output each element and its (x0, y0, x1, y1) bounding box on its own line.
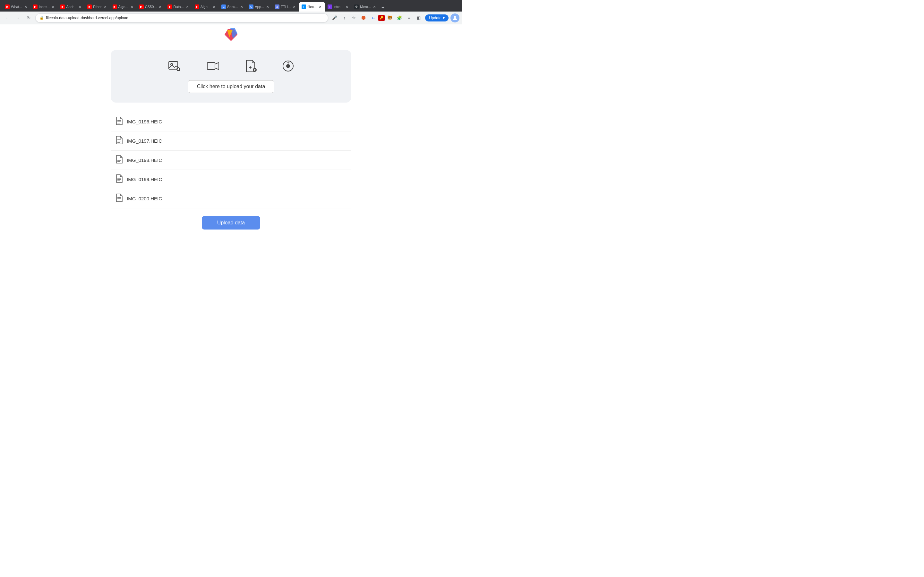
brave-icon[interactable] (359, 13, 368, 23)
tab-label-9: Secu... (227, 5, 238, 9)
page-content: Click here to upload your data IMG_0196.… (0, 24, 462, 287)
tab-algo2[interactable]: ▶ Algo... ✕ (192, 2, 219, 11)
tab-label-8: Algo... (200, 5, 210, 9)
forward-button[interactable]: → (13, 13, 23, 23)
chevron-down-icon: ▾ (443, 16, 445, 20)
tab-what[interactable]: ▶ What... ✕ (3, 2, 31, 11)
brave-news-icon[interactable]: ≡ (405, 13, 414, 23)
update-button[interactable]: Update ▾ (425, 15, 449, 21)
back-button[interactable]: ← (3, 13, 11, 23)
tab-app[interactable]: G App... ✕ (246, 2, 272, 11)
tab-label-10: App... (255, 5, 264, 9)
tab-close-1[interactable]: ✕ (23, 5, 28, 9)
tab-intro[interactable]: I Intro... ✕ (325, 2, 352, 11)
tab-close-7[interactable]: ✕ (185, 5, 190, 9)
tab-eth[interactable]: Ξ ETH... ✕ (272, 2, 299, 11)
svg-marker-0 (362, 16, 365, 20)
logo-area (221, 27, 241, 45)
tab-favicon-4: ▶ (87, 5, 92, 9)
tab-merc[interactable]: ⚙ Merc... ✕ (352, 2, 379, 11)
tab-label-13: Intro... (333, 5, 343, 9)
tab-favicon-7: ▶ (168, 5, 172, 9)
reload-button[interactable]: ↻ (24, 13, 33, 23)
svg-point-6 (171, 63, 173, 65)
file-item-0: IMG_0196.HEIC (111, 112, 351, 131)
logo-icon (221, 27, 241, 44)
tab-filecoin[interactable]: F filec... ✕ (299, 2, 325, 11)
file-name-3: IMG_0199.HEIC (127, 177, 162, 182)
file-icon-0 (116, 117, 123, 127)
tab-favicon-12: F (302, 5, 306, 9)
tab-label-14: Merc... (360, 5, 371, 9)
new-tab-button[interactable]: + (379, 4, 387, 11)
tab-favicon-8: ▶ (195, 5, 199, 9)
tab-close-3[interactable]: ✕ (78, 5, 82, 9)
tab-close-6[interactable]: ✕ (158, 5, 162, 9)
address-field[interactable]: 🔒 filecoin-data-upload-dashbard.vercel.a… (35, 13, 328, 23)
tab-close-4[interactable]: ✕ (103, 5, 107, 9)
tab-close-10[interactable]: ✕ (265, 5, 270, 9)
tab-favicon-10: G (249, 5, 254, 9)
music-upload-icon (282, 60, 294, 72)
tab-favicon-2: ▶ (33, 5, 37, 9)
microphone-icon[interactable]: 🎤 (330, 13, 339, 23)
tab-label-1: What... (11, 5, 22, 9)
submit-upload-button[interactable]: Upload data (202, 216, 260, 229)
svg-point-1 (454, 16, 456, 18)
tab-close-8[interactable]: ✕ (212, 5, 216, 9)
tab-algo1[interactable]: ▶ Algo... ✕ (110, 2, 137, 11)
tab-data[interactable]: ▶ Data... ✕ (165, 2, 192, 11)
tab-label-5: Algo... (118, 5, 128, 9)
tab-close-12[interactable]: ✕ (318, 5, 322, 9)
tab-cs50[interactable]: ▶ CS50... ✕ (137, 2, 165, 11)
share-icon[interactable]: ↑ (340, 13, 349, 23)
file-item-3: IMG_0199.HEIC (111, 170, 351, 189)
tab-andr[interactable]: ▶ Andr... ✕ (58, 2, 85, 11)
video-upload-icon (207, 61, 220, 71)
file-name-4: IMG_0200.HEIC (127, 196, 162, 201)
tab-close-13[interactable]: ✕ (344, 5, 349, 9)
file-icon-1 (116, 136, 123, 146)
upload-data-button[interactable]: Click here to upload your data (188, 80, 275, 93)
sidebar-toggle-icon[interactable]: ◧ (414, 13, 423, 23)
bookmark-icon[interactable]: ☆ (349, 13, 359, 23)
file-icon-3 (116, 174, 123, 184)
tab-close-14[interactable]: ✕ (372, 5, 376, 9)
tab-favicon-14: ⚙ (354, 5, 359, 9)
extensions-icon[interactable]: 🧩 (395, 13, 404, 23)
tab-label-11: ETH... (281, 5, 291, 9)
document-add-upload-icon (245, 60, 257, 73)
svg-rect-5 (169, 61, 178, 69)
file-list: IMG_0196.HEIC IMG_0197.HEIC (111, 112, 351, 208)
tab-secu[interactable]: G Secu... ✕ (219, 2, 246, 11)
file-name-1: IMG_0197.HEIC (127, 138, 162, 143)
tab-favicon-13: I (328, 5, 332, 9)
tab-ether[interactable]: ▶ Ether ✕ (85, 2, 110, 11)
tab-favicon-5: ▶ (113, 5, 117, 9)
tab-favicon-6: ▶ (139, 5, 144, 9)
svg-rect-10 (207, 63, 215, 69)
file-item-4: IMG_0200.HEIC (111, 189, 351, 208)
tiger-icon[interactable]: 🐯 (385, 13, 394, 23)
file-name-0: IMG_0196.HEIC (127, 119, 162, 124)
image-upload-icon (168, 60, 181, 72)
google-icon[interactable]: G (368, 13, 378, 23)
tab-close-11[interactable]: ✕ (292, 5, 296, 9)
file-name-2: IMG_0198.HEIC (127, 157, 162, 163)
profile-button[interactable] (451, 13, 459, 23)
tab-incre[interactable]: ▶ Incre... ✕ (31, 2, 58, 11)
tab-favicon-1: ▶ (5, 5, 10, 9)
tab-label-3: Andr... (66, 5, 76, 9)
tab-close-2[interactable]: ✕ (51, 5, 55, 9)
password-icon[interactable]: 🔑 (378, 15, 384, 21)
tab-close-9[interactable]: ✕ (239, 5, 244, 9)
address-text: filecoin-data-upload-dashbard.vercel.app… (46, 16, 128, 20)
tab-label-6: CS50... (145, 5, 157, 9)
svg-point-17 (286, 64, 290, 68)
tab-favicon-11: Ξ (275, 5, 279, 9)
tab-close-5[interactable]: ✕ (129, 5, 134, 9)
tab-label-4: Ether (93, 5, 102, 9)
tabs-bar: ▶ What... ✕ ▶ Incre... ✕ ▶ Andr... ✕ ▶ E… (0, 0, 462, 11)
toolbar-icons: 🎤 ↑ ☆ G 🔑 🐯 🧩 ≡ ◧ (330, 13, 423, 23)
tab-label-12: filec... (307, 5, 317, 9)
